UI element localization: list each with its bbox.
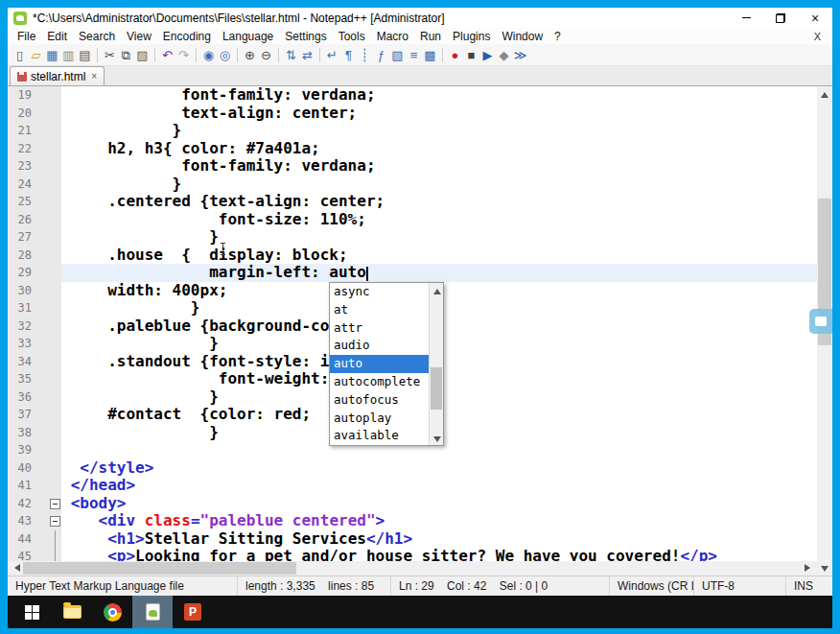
indent-guide-icon[interactable]: ┊ bbox=[357, 47, 373, 63]
line-number[interactable]: 41 bbox=[8, 477, 36, 495]
bookmark-margin[interactable] bbox=[36, 193, 48, 211]
autocomplete-scroll-down-button[interactable] bbox=[430, 432, 444, 445]
save-macro-icon[interactable]: ◆ bbox=[496, 47, 512, 63]
menu-item-tools[interactable]: Tools bbox=[333, 30, 371, 43]
bookmark-margin[interactable] bbox=[36, 299, 48, 317]
bookmark-margin[interactable] bbox=[36, 477, 48, 495]
fold-margin[interactable] bbox=[48, 335, 61, 353]
fold-margin[interactable] bbox=[48, 353, 61, 371]
copy-icon[interactable]: ⧉ bbox=[118, 47, 134, 63]
fold-margin[interactable] bbox=[48, 477, 61, 495]
fold-margin[interactable] bbox=[48, 512, 61, 530]
editor-horizontal-scrollbar[interactable] bbox=[8, 561, 817, 575]
undo-icon[interactable]: ↶ bbox=[159, 47, 175, 63]
line-number[interactable]: 31 bbox=[8, 299, 36, 317]
line-number[interactable]: 19 bbox=[8, 86, 36, 105]
menu-item-encoding[interactable]: Encoding bbox=[157, 30, 217, 43]
scroll-left-button[interactable] bbox=[8, 561, 23, 575]
bookmark-margin[interactable] bbox=[36, 424, 48, 442]
print-icon[interactable]: ▤ bbox=[77, 47, 93, 63]
fold-margin[interactable] bbox=[48, 140, 61, 158]
line-number[interactable]: 42 bbox=[8, 495, 36, 513]
line-number[interactable]: 30 bbox=[8, 282, 36, 300]
autocomplete-item[interactable]: async bbox=[330, 283, 429, 301]
fold-margin[interactable] bbox=[48, 299, 61, 317]
zoom-in-icon[interactable]: ⊕ bbox=[242, 47, 258, 63]
menu-item-language[interactable]: Language bbox=[217, 30, 279, 43]
code-line-text[interactable]: } bbox=[61, 122, 817, 140]
menu-item-plugins[interactable]: Plugins bbox=[447, 30, 496, 43]
bookmark-margin[interactable] bbox=[36, 317, 48, 336]
sync-horizontal-scroll-icon[interactable]: ⇄ bbox=[299, 47, 315, 63]
line-number[interactable]: 39 bbox=[8, 441, 36, 459]
fold-margin[interactable] bbox=[48, 193, 61, 211]
cut-icon[interactable]: ✂ bbox=[102, 47, 118, 63]
bookmark-margin[interactable] bbox=[36, 264, 48, 282]
autocomplete-scroll-up-button[interactable] bbox=[430, 285, 444, 298]
code-line-text[interactable]: font-size: 110%; bbox=[61, 211, 817, 229]
bookmark-margin[interactable] bbox=[36, 353, 48, 371]
fold-margin[interactable] bbox=[48, 247, 61, 265]
run-macro-multiple-icon[interactable]: ≫ bbox=[512, 47, 528, 63]
taskbar-chrome[interactable] bbox=[92, 596, 132, 628]
line-number[interactable]: 24 bbox=[8, 176, 36, 194]
line-number[interactable]: 26 bbox=[8, 211, 36, 229]
bookmark-margin[interactable] bbox=[36, 370, 48, 388]
bookmark-margin[interactable] bbox=[36, 140, 48, 158]
save-icon[interactable]: ▦ bbox=[44, 47, 60, 63]
line-number[interactable]: 20 bbox=[8, 105, 36, 123]
code-line-text[interactable]: } bbox=[61, 176, 817, 194]
line-number[interactable]: 22 bbox=[8, 140, 36, 158]
bookmark-margin[interactable] bbox=[36, 105, 48, 123]
code-line-text[interactable]: h2, h3{ color: #7a401a; bbox=[61, 140, 817, 158]
menu-item-settings[interactable]: Settings bbox=[279, 30, 332, 43]
fold-margin[interactable] bbox=[48, 157, 61, 176]
line-number[interactable]: 34 bbox=[8, 353, 36, 371]
line-number[interactable]: 32 bbox=[8, 317, 36, 336]
zoom-out-icon[interactable]: ⊖ bbox=[258, 47, 274, 63]
line-number[interactable]: 21 bbox=[8, 122, 36, 140]
bookmark-margin[interactable] bbox=[36, 548, 48, 561]
line-number[interactable]: 25 bbox=[8, 193, 36, 211]
autocomplete-item[interactable]: autoplay bbox=[330, 410, 429, 428]
menu-item-run[interactable]: Run bbox=[414, 30, 447, 43]
fold-margin[interactable] bbox=[48, 211, 61, 229]
bookmark-margin[interactable] bbox=[36, 157, 48, 176]
bookmark-margin[interactable] bbox=[36, 512, 48, 530]
bookmark-margin[interactable] bbox=[36, 388, 48, 407]
autocomplete-item[interactable]: attr bbox=[330, 319, 429, 338]
taskbar-file-explorer[interactable] bbox=[52, 596, 92, 628]
stop-macro-icon[interactable]: ■ bbox=[463, 47, 479, 63]
line-number[interactable]: 40 bbox=[8, 459, 36, 478]
bookmark-margin[interactable] bbox=[36, 228, 48, 247]
code-line-text[interactable]: .centered {text-align: center; bbox=[61, 193, 817, 211]
line-number[interactable]: 37 bbox=[8, 406, 36, 424]
code-line-text[interactable]: .house { display: block; bbox=[61, 247, 817, 265]
fold-margin[interactable] bbox=[48, 495, 61, 513]
line-number[interactable]: 28 bbox=[8, 247, 36, 265]
close-button[interactable]: × bbox=[798, 8, 832, 28]
fold-margin[interactable] bbox=[48, 406, 61, 424]
bookmark-margin[interactable] bbox=[36, 441, 48, 459]
new-file-icon[interactable]: ▯ bbox=[12, 47, 28, 63]
replace-icon[interactable]: ◎ bbox=[217, 47, 233, 63]
redo-icon[interactable]: ↷ bbox=[175, 47, 192, 63]
menu-item-search[interactable]: Search bbox=[73, 30, 121, 43]
restore-button[interactable] bbox=[763, 8, 798, 28]
bookmark-margin[interactable] bbox=[36, 282, 48, 300]
code-line-text[interactable]: </head> bbox=[61, 477, 817, 495]
menu-item-macro[interactable]: Macro bbox=[371, 30, 414, 43]
line-number[interactable]: 44 bbox=[8, 530, 36, 549]
fold-margin[interactable] bbox=[48, 424, 61, 442]
folder-as-workspace-icon[interactable]: ▩ bbox=[422, 47, 438, 63]
bookmark-margin[interactable] bbox=[36, 122, 48, 140]
fold-margin[interactable] bbox=[48, 530, 61, 549]
code-line-text[interactable]: font-family: verdana; bbox=[61, 157, 817, 176]
save-all-icon[interactable]: ▥ bbox=[60, 47, 77, 63]
bookmark-margin[interactable] bbox=[36, 335, 48, 353]
autocomplete-scroll-thumb[interactable] bbox=[431, 367, 442, 410]
fold-margin[interactable] bbox=[48, 548, 61, 561]
fold-margin[interactable] bbox=[48, 388, 61, 407]
open-file-icon[interactable]: ▱ bbox=[28, 47, 44, 63]
editor[interactable]: 19 font-family: verdana;20 text-align: c… bbox=[8, 86, 832, 575]
